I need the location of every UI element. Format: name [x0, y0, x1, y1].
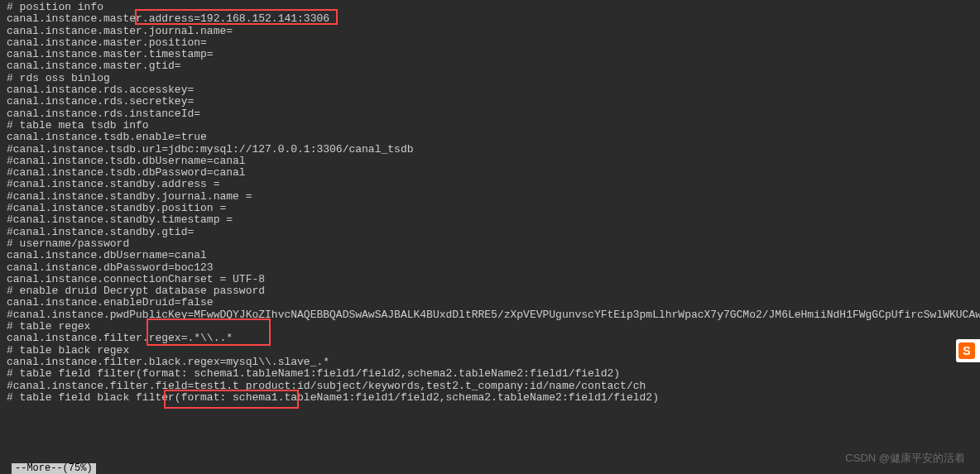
config-line: # table field filter(format: schema1.tab…: [7, 368, 973, 380]
config-line: canal.instance.rds.secretkey=: [7, 96, 973, 108]
config-line: # table black regex: [7, 345, 973, 357]
config-line: # table regex: [7, 321, 973, 333]
config-line: #canal.instance.standby.gtid=: [7, 227, 973, 238]
config-line: canal.instance.connectionCharset = UTF-8: [7, 274, 973, 285]
config-line: #canal.instance.tsdb.url=jdbc:mysql://12…: [7, 144, 973, 156]
more-pager[interactable]: --More--(75%): [12, 463, 96, 474]
config-line: # enable druid Decrypt database password: [7, 285, 973, 297]
config-line: canal.instance.master.timestamp=: [7, 49, 973, 60]
config-line: canal.instance.enableDruid=false: [7, 297, 973, 309]
config-line: # position info: [7, 2, 973, 13]
config-line: #canal.instance.tsdb.dbUsername=canal: [7, 156, 973, 167]
config-line: #canal.instance.standby.timestamp =: [7, 214, 973, 226]
config-line: canal.instance.master.position=: [7, 37, 973, 49]
config-line: canal.instance.master.journal.name=: [7, 26, 973, 37]
config-line: # table field black filter(format: schem…: [7, 392, 973, 404]
config-line: canal.instance.filter.black.regex=mysql\…: [7, 357, 973, 368]
config-line: #canal.instance.standby.address =: [7, 179, 973, 190]
config-line: # rds oss binlog: [7, 73, 973, 84]
config-line: canal.instance.tsdb.enable=true: [7, 132, 973, 143]
config-line: canal.instance.master.address=192.168.15…: [7, 13, 973, 25]
config-line: canal.instance.rds.accesskey=: [7, 84, 973, 96]
config-line: #canal.instance.filter.field=test1.t_pro…: [7, 381, 973, 392]
config-line: #canal.instance.standby.position =: [7, 203, 973, 214]
ime-badge-label: S: [958, 342, 975, 359]
config-line: canal.instance.filter.regex=.*\\..*: [7, 333, 973, 344]
config-line: canal.instance.rds.instanceId=: [7, 108, 973, 120]
config-line: # username/password: [7, 238, 973, 250]
watermark-text: CSDN @健康平安的活着: [845, 452, 965, 464]
config-line: canal.instance.dbPassword=boc123: [7, 262, 973, 274]
config-line: #canal.instance.standby.journal.name =: [7, 191, 973, 203]
ime-badge[interactable]: S: [956, 339, 980, 362]
terminal-output: # position infocanal.instance.master.add…: [0, 0, 980, 405]
config-line: # table meta tsdb info: [7, 120, 973, 132]
config-line: #canal.instance.tsdb.dbPassword=canal: [7, 167, 973, 179]
config-line: #canal.instance.pwdPublicKey=MFwwDQYJKoZ…: [7, 309, 973, 321]
config-line: canal.instance.dbUsername=canal: [7, 250, 973, 261]
config-line: canal.instance.master.gtid=: [7, 60, 973, 72]
